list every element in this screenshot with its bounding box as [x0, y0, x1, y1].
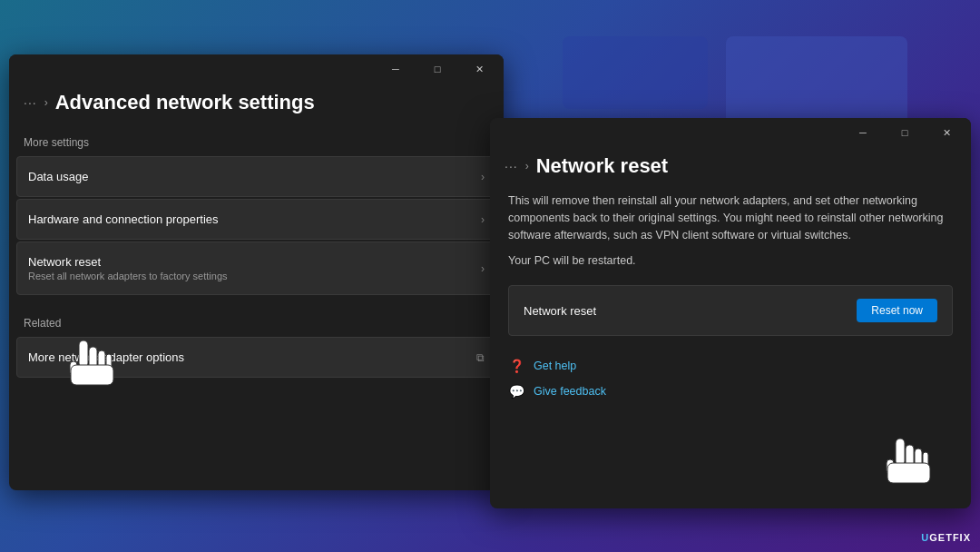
- get-help-icon: ❓: [508, 358, 524, 374]
- close-button-left[interactable]: ✕: [458, 54, 500, 84]
- nav-dots-left[interactable]: ···: [24, 95, 37, 110]
- titlebar-left: ─ □ ✕: [9, 54, 504, 84]
- close-button-right[interactable]: ✕: [926, 118, 967, 147]
- give-feedback-item[interactable]: 💬 Give feedback: [508, 383, 953, 399]
- get-help-item[interactable]: ❓ Get help: [508, 358, 953, 374]
- hardware-connection-item-left: Hardware and connection properties: [28, 212, 219, 226]
- network-reset-content: This will remove then reinstall all your…: [490, 192, 971, 418]
- advanced-network-settings-window: ─ □ ✕ ··· › Advanced network settings Mo…: [9, 54, 504, 490]
- page-title-left: Advanced network settings: [55, 91, 315, 114]
- page-title-right: Network reset: [536, 154, 669, 178]
- watermark-u: U: [921, 532, 929, 543]
- more-adapter-options-item[interactable]: More network adapter options ⧉: [16, 337, 496, 378]
- window-header-left: ··· › Advanced network settings: [9, 84, 504, 129]
- give-feedback-icon: 💬: [508, 383, 524, 399]
- external-link-icon: ⧉: [476, 351, 485, 364]
- nav-chevron-left: ›: [44, 96, 48, 109]
- network-reset-subtitle-left: Reset all network adapters to factory se…: [28, 271, 228, 281]
- data-usage-item-left: Data usage: [28, 170, 89, 183]
- settings-list: Data usage › Hardware and connection pro…: [9, 156, 504, 295]
- minimize-button-left[interactable]: ─: [375, 54, 416, 84]
- hardware-connection-title: Hardware and connection properties: [28, 212, 219, 226]
- data-usage-title: Data usage: [28, 170, 89, 183]
- hardware-connection-item[interactable]: Hardware and connection properties ›: [16, 199, 496, 240]
- hardware-connection-chevron: ›: [481, 213, 485, 226]
- give-feedback-link[interactable]: Give feedback: [534, 385, 606, 398]
- watermark-rest: GETFIX: [929, 532, 971, 543]
- related-label: Related: [9, 310, 504, 337]
- maximize-button-right[interactable]: □: [884, 118, 926, 147]
- network-reset-description: This will remove then reinstall all your…: [508, 192, 953, 243]
- data-usage-item[interactable]: Data usage ›: [16, 156, 496, 197]
- maximize-button-left[interactable]: □: [416, 54, 458, 84]
- nav-chevron-right: ›: [525, 160, 529, 172]
- related-section: Related More network adapter options ⧉: [9, 310, 504, 378]
- minimize-button-right[interactable]: ─: [842, 118, 884, 147]
- get-help-link[interactable]: Get help: [534, 360, 576, 372]
- more-adapter-options-left: More network adapter options: [28, 350, 184, 364]
- restart-notice: Your PC will be restarted.: [508, 254, 953, 267]
- related-list: More network adapter options ⧉: [9, 337, 504, 378]
- nav-dots-right[interactable]: ···: [505, 159, 518, 173]
- more-adapter-options-title: More network adapter options: [28, 350, 184, 364]
- network-reset-item-left-content: Network reset Reset all network adapters…: [28, 255, 228, 281]
- titlebar-right: ─ □ ✕: [490, 118, 971, 147]
- network-reset-title-left: Network reset: [28, 255, 228, 269]
- network-reset-item-left[interactable]: Network reset Reset all network adapters…: [16, 242, 496, 295]
- bg-decoration-2: [563, 36, 708, 109]
- watermark: UGETFIX: [921, 532, 971, 543]
- more-settings-label: More settings: [9, 129, 504, 156]
- network-reset-chevron: ›: [481, 262, 485, 275]
- link-list: ❓ Get help 💬 Give feedback: [508, 358, 953, 399]
- reset-now-button[interactable]: Reset now: [857, 299, 937, 322]
- data-usage-chevron: ›: [481, 171, 485, 183]
- reset-row: Network reset Reset now: [508, 285, 953, 336]
- window-header-right: ··· › Network reset: [490, 147, 971, 192]
- reset-row-label: Network reset: [524, 304, 596, 318]
- network-reset-window: ─ □ ✕ ··· › Network reset This will remo…: [490, 118, 971, 508]
